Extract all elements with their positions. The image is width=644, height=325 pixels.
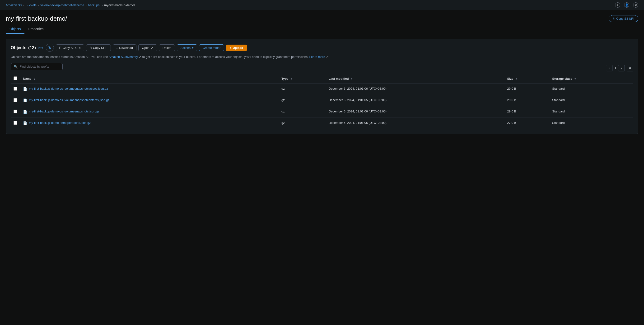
info-nav-icon[interactable]: ℹ (615, 2, 620, 8)
row-type-3: gz (278, 118, 326, 129)
type-sort-icon: ▼ (290, 78, 292, 80)
copy-url-button[interactable]: ⎘ Copy URL (86, 44, 111, 51)
breadcrumb-sep-3: › (86, 3, 86, 7)
row-storage-class-1: Standard (549, 95, 633, 106)
inventory-link[interactable]: Amazon S3 inventory (109, 55, 138, 58)
breadcrumb-buckets[interactable]: Buckets (26, 3, 36, 7)
row-checkbox-cell[interactable] (11, 106, 20, 118)
size-sort-icon: ▼ (515, 78, 518, 80)
row-modified-0: December 6, 2024, 01:01:06 (UTC+03:00) (326, 83, 504, 95)
objects-label: Objects (11, 45, 26, 50)
refresh-button[interactable]: ↻ (46, 44, 54, 52)
row-checkbox-3[interactable] (14, 121, 17, 125)
table-row: 📄 my-first-backup-demo-itemoperations.js… (11, 118, 633, 129)
objects-info-link[interactable]: Info (38, 46, 44, 50)
file-link-2[interactable]: 📄 my-first-backup-demo-csi-volumesnapsho… (23, 110, 276, 114)
objects-table: Name ▲ Type ▼ Last modified ▼ Size ▼ (11, 74, 633, 129)
copy-url-icon: ⎘ (90, 46, 92, 50)
create-folder-button[interactable]: Create folder (199, 44, 224, 51)
objects-count: (12) (28, 45, 36, 50)
row-checkbox-cell[interactable] (11, 83, 20, 95)
prev-page-button[interactable]: ‹ (606, 65, 613, 72)
copy-s3-uri-header-button[interactable]: ⎘ Copy S3 URI (609, 15, 638, 22)
objects-description: Objects are the fundamental entities sto… (11, 54, 633, 59)
row-checkbox-2[interactable] (14, 110, 17, 114)
copy-s3-uri-icon: ⎘ (59, 46, 61, 50)
breadcrumb-bucket-name[interactable]: velero-backup-mehmet-deneme (40, 3, 84, 7)
row-modified-3: December 6, 2024, 01:01:05 (UTC+03:00) (326, 118, 504, 129)
upload-icon: ↑ (230, 46, 231, 50)
nav-icons: ℹ 👤 ⚙ (615, 2, 638, 8)
row-checkbox-1[interactable] (14, 98, 17, 102)
row-name-3: 📄 my-first-backup-demo-itemoperations.js… (20, 118, 278, 129)
name-sort-icon: ▲ (33, 78, 36, 80)
objects-panel: Objects (12) Info ↻ ⎘ Copy S3 URI ⎘ Copy… (6, 39, 638, 134)
objects-title: Objects (12) Info (11, 45, 44, 50)
table-row: 📄 my-first-backup-demo-csi-volumesnapsho… (11, 106, 633, 118)
copy-s3-uri-button[interactable]: ⎘ Copy S3 URI (56, 44, 84, 51)
file-link-3[interactable]: 📄 my-first-backup-demo-itemoperations.js… (23, 121, 276, 125)
file-icon-1: 📄 (23, 98, 27, 102)
actions-button[interactable]: Actions ▾ (177, 44, 197, 51)
select-all-header[interactable] (11, 74, 20, 84)
search-bar[interactable]: 🔍 (11, 63, 63, 70)
objects-header: Objects (12) Info ↻ ⎘ Copy S3 URI ⎘ Copy… (11, 44, 633, 52)
external-link-icon: ↗ (151, 46, 154, 50)
learn-more-link[interactable]: Learn more (310, 55, 325, 58)
tab-properties[interactable]: Properties (24, 25, 47, 34)
table-row: 📄 my-first-backup-demo-csi-volumesnapsho… (11, 83, 633, 95)
table-settings-button[interactable]: ⚙ (627, 65, 633, 72)
select-all-checkbox[interactable] (14, 76, 17, 80)
breadcrumb-current: my-first-backup-demo/ (104, 3, 135, 7)
row-size-3: 27.0 B (504, 118, 549, 129)
row-modified-1: December 6, 2024, 01:01:05 (UTC+03:00) (326, 95, 504, 106)
storage-sort-icon: ▼ (574, 78, 576, 80)
file-icon-2: 📄 (23, 110, 27, 114)
row-name-1: 📄 my-first-backup-demo-csi-volumesnapsho… (20, 95, 278, 106)
next-page-button[interactable]: › (618, 65, 625, 72)
breadcrumb-sep-1: › (23, 3, 24, 7)
row-checkbox-cell[interactable] (11, 95, 20, 106)
breadcrumb-backups[interactable]: backups/ (88, 3, 100, 7)
row-type-2: gz (278, 106, 326, 118)
tab-objects[interactable]: Objects (6, 25, 24, 34)
row-type-0: gz (278, 83, 326, 95)
col-type[interactable]: Type ▼ (278, 74, 326, 84)
col-storage-class[interactable]: Storage class ▼ (549, 74, 633, 84)
modified-sort-icon: ▼ (350, 78, 353, 80)
copy-icon: ⎘ (613, 17, 615, 20)
upload-button[interactable]: ↑ Upload (226, 44, 247, 51)
col-last-modified[interactable]: Last modified ▼ (326, 74, 504, 84)
breadcrumb-s3[interactable]: Amazon S3 (6, 3, 22, 7)
search-icon: 🔍 (14, 65, 18, 68)
col-size[interactable]: Size ▼ (504, 74, 549, 84)
page-title: my-first-backup-demo/ (6, 15, 67, 22)
file-link-1[interactable]: 📄 my-first-backup-demo-csi-volumesnapsho… (23, 98, 276, 102)
row-size-1: 29.0 B (504, 95, 549, 106)
settings-nav-icon[interactable]: ⚙ (633, 2, 638, 8)
file-link-0[interactable]: 📄 my-first-backup-demo-csi-volumesnapsho… (23, 87, 276, 91)
delete-button[interactable]: Delete (159, 44, 175, 51)
breadcrumb-sep-4: › (102, 3, 103, 7)
row-checkbox-0[interactable] (14, 87, 17, 90)
col-name[interactable]: Name ▲ (20, 74, 278, 84)
search-filter-row: 🔍 ‹ 1 › ⚙ (11, 63, 633, 74)
search-input[interactable] (20, 65, 60, 68)
download-button[interactable]: ↓ Download (113, 44, 136, 51)
main-content: Objects (12) Info ↻ ⎘ Copy S3 URI ⎘ Copy… (0, 34, 644, 139)
pagination-row: ‹ 1 › ⚙ (606, 65, 633, 72)
row-checkbox-cell[interactable] (11, 118, 20, 129)
row-size-0: 29.0 B (504, 83, 549, 95)
user-nav-icon[interactable]: 👤 (624, 2, 629, 8)
external-icon-small: ↗ (139, 55, 142, 58)
row-storage-class-0: Standard (549, 83, 633, 95)
page-header: my-first-backup-demo/ ⎘ Copy S3 URI (0, 10, 644, 25)
open-button[interactable]: Open ↗ (138, 44, 157, 51)
row-storage-class-2: Standard (549, 106, 633, 118)
tabs-bar: Objects Properties (0, 25, 644, 34)
breadcrumb: Amazon S3 › Buckets › velero-backup-mehm… (6, 3, 135, 7)
download-icon: ↓ (116, 46, 118, 50)
top-nav: Amazon S3 › Buckets › velero-backup-mehm… (0, 0, 644, 10)
breadcrumb-sep-2: › (38, 3, 39, 7)
actions-chevron-icon: ▾ (192, 46, 194, 50)
